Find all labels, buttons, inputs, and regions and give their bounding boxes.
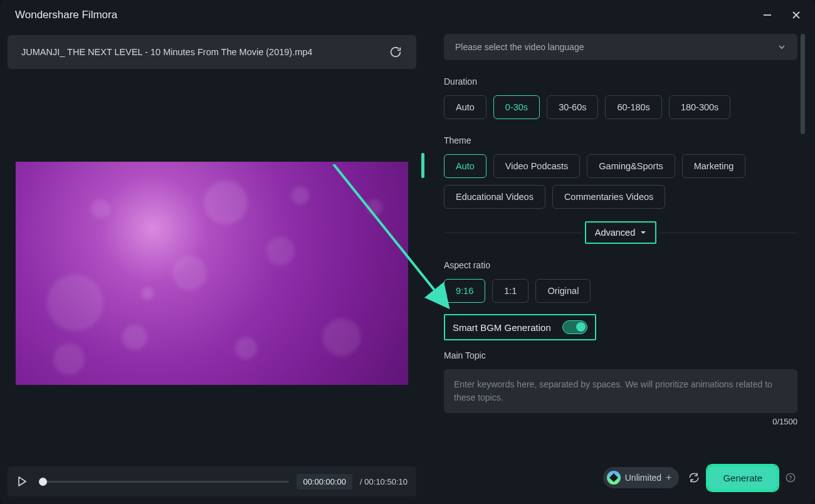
main-topic-placeholder: Enter keywords here, separated by spaces…	[454, 379, 772, 402]
theme-commentaries[interactable]: Commentaries Videos	[552, 185, 665, 209]
duration-60-180s[interactable]: 60-180s	[605, 95, 661, 119]
reload-icon[interactable]	[389, 45, 402, 59]
video-preview-area	[8, 69, 416, 459]
aspect-ratio-label: Aspect ratio	[444, 260, 797, 270]
generate-button[interactable]: Generate	[709, 467, 776, 489]
footer-bar: Unlimited + Generate	[423, 459, 807, 496]
panel-accent	[421, 153, 424, 178]
refresh-icon[interactable]	[688, 471, 700, 484]
duration-auto[interactable]: Auto	[444, 95, 486, 119]
window-controls	[761, 9, 802, 21]
theme-options: Auto Video Podcasts Gaming&Sports Market…	[444, 154, 797, 209]
main-content: JUMANJI_ THE NEXT LEVEL - 10 Minutes Fro…	[0, 28, 815, 504]
language-select[interactable]: Please select the video language	[444, 34, 797, 60]
duration-30-60s[interactable]: 30-60s	[547, 95, 598, 119]
close-button[interactable]	[790, 9, 802, 21]
smart-bgm-toggle[interactable]	[562, 320, 587, 334]
sparkle-icon	[607, 471, 621, 485]
advanced-label: Advanced	[595, 228, 636, 238]
duration-label: Duration	[444, 76, 797, 87]
duration-0-30s[interactable]: 0-30s	[493, 95, 540, 119]
caret-down-icon	[640, 229, 646, 236]
plus-icon: +	[666, 472, 671, 483]
theme-auto[interactable]: Auto	[444, 154, 486, 178]
settings-scroll[interactable]: Please select the video language Duratio…	[423, 28, 807, 459]
smart-bgm-label: Smart BGM Generation	[453, 322, 551, 333]
duration-options: Auto 0-30s 30-60s 60-180s 180-300s	[444, 95, 797, 119]
video-frame[interactable]	[16, 162, 408, 385]
minimize-button[interactable]	[761, 9, 774, 21]
chevron-down-icon	[777, 43, 786, 51]
app-title: Wondershare Filmora	[15, 9, 117, 21]
duration-180-300s[interactable]: 180-300s	[669, 95, 730, 119]
theme-educational[interactable]: Educational Videos	[444, 185, 545, 209]
theme-gaming-sports[interactable]: Gaming&Sports	[587, 154, 675, 178]
svg-point-3	[786, 473, 795, 482]
help-icon[interactable]	[785, 472, 796, 483]
scrollbar-thumb[interactable]	[801, 34, 805, 134]
theme-video-podcasts[interactable]: Video Podcasts	[493, 154, 581, 178]
aspect-9-16[interactable]: 9:16	[444, 279, 485, 303]
char-counter: 0/1500	[444, 417, 797, 426]
seek-knob[interactable]	[39, 478, 47, 486]
language-placeholder: Please select the video language	[455, 42, 584, 52]
svg-point-4	[790, 480, 791, 481]
current-time: 00:00:00:00	[297, 474, 352, 490]
theme-label: Theme	[444, 135, 797, 145]
file-bar: JUMANJI_ THE NEXT LEVEL - 10 Minutes Fro…	[8, 35, 416, 69]
aspect-original[interactable]: Original	[535, 279, 591, 303]
title-bar: Wondershare Filmora	[0, 0, 815, 28]
main-topic-input[interactable]: Enter keywords here, separated by spaces…	[444, 369, 797, 413]
left-panel: JUMANJI_ THE NEXT LEVEL - 10 Minutes Fro…	[8, 28, 416, 496]
main-topic-label: Main Topic	[444, 350, 797, 360]
unlimited-label: Unlimited	[625, 473, 661, 483]
right-panel: Please select the video language Duratio…	[423, 28, 807, 496]
advanced-toggle[interactable]: Advanced	[585, 221, 657, 244]
unlimited-badge[interactable]: Unlimited +	[603, 467, 680, 488]
file-name: JUMANJI_ THE NEXT LEVEL - 10 Minutes Fro…	[21, 47, 312, 57]
seek-bar[interactable]	[39, 475, 289, 488]
app-window: Wondershare Filmora JUMANJI_ THE NEXT LE…	[0, 0, 815, 504]
play-button[interactable]	[16, 476, 28, 487]
aspect-ratio-options: 9:16 1:1 Original	[444, 279, 797, 303]
theme-marketing[interactable]: Marketing	[682, 154, 746, 178]
player-controls: 00:00:00:00 / 00:10:50:10	[8, 466, 416, 496]
advanced-divider: Advanced	[444, 221, 797, 244]
total-time: / 00:10:50:10	[360, 477, 408, 486]
smart-bgm-row: Smart BGM Generation	[444, 314, 596, 340]
aspect-1-1[interactable]: 1:1	[492, 279, 528, 303]
